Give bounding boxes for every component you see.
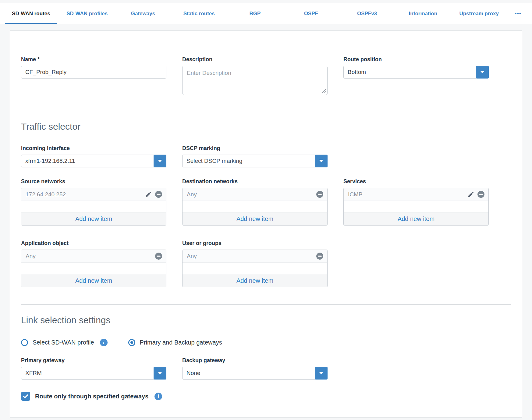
list-item: 172.64.240.252 xyxy=(21,188,166,201)
networks-services-row: Source networks 172.64.240.252 Add new i… xyxy=(21,178,511,226)
destination-networks-listbox: Any Add new item xyxy=(182,188,328,226)
traffic-selector-heading: Traffic selector xyxy=(21,121,511,132)
route-position-label: Route position xyxy=(343,56,489,63)
destination-networks-label: Destination networks xyxy=(182,178,328,185)
caret-down-icon xyxy=(158,372,162,374)
sdwan-route-editor-panel: Name * Description Route position Bottom… xyxy=(10,30,522,418)
dropdown-toggle-button[interactable] xyxy=(154,155,166,167)
dropdown-toggle-button[interactable] xyxy=(476,66,489,79)
application-object-group: Application object Any Add new item xyxy=(21,240,166,287)
list-empty-space xyxy=(344,201,488,212)
tab-ospfv3[interactable]: OSPFv3 xyxy=(339,3,395,24)
primary-gateway-dropdown[interactable]: XFRM xyxy=(21,367,166,380)
radio-option-primary-backup[interactable]: Primary and Backup gateways xyxy=(128,339,222,346)
remove-minus-icon[interactable] xyxy=(316,191,324,198)
incoming-interface-dropdown[interactable]: xfrm1-192.168.2.11 xyxy=(21,155,166,167)
app-user-row: Application object Any Add new item User… xyxy=(21,240,511,287)
name-input[interactable] xyxy=(21,66,166,79)
description-textarea[interactable] xyxy=(182,66,328,95)
list-item: Any xyxy=(183,188,327,201)
primary-gateway-label: Primary gateway xyxy=(21,357,166,364)
remove-minus-icon[interactable] xyxy=(155,252,162,260)
section-divider xyxy=(21,111,511,111)
primary-gateway-value: XFRM xyxy=(25,370,42,376)
add-new-item-button[interactable]: Add new item xyxy=(183,212,327,225)
caret-down-icon xyxy=(158,160,162,162)
user-or-groups-listbox: Any Add new item xyxy=(182,250,328,287)
tab-sdwan-routes[interactable]: SD-WAN routes xyxy=(3,3,59,24)
route-position-value: Bottom xyxy=(348,69,366,75)
radio-label: Primary and Backup gateways xyxy=(140,339,222,346)
dropdown-toggle-button[interactable] xyxy=(315,155,328,167)
link-selection-heading: Link selection settings xyxy=(21,315,511,325)
radio-option-sdwan-profile[interactable]: Select SD-WAN profile i xyxy=(21,339,108,346)
dropdown-toggle-button[interactable] xyxy=(154,367,166,380)
link-selection-radio-row: Select SD-WAN profile i Primary and Back… xyxy=(21,339,511,346)
backup-gateway-group: Backup gateway None xyxy=(182,357,328,380)
add-new-item-button[interactable]: Add new item xyxy=(21,212,166,225)
services-listbox: ICMP Add new item xyxy=(343,188,489,226)
checkbox-checked-icon[interactable] xyxy=(21,392,30,401)
list-empty-space xyxy=(183,263,327,274)
radio-unchecked-icon[interactable] xyxy=(21,339,28,346)
name-field-group: Name * xyxy=(21,56,166,96)
primary-gateway-group: Primary gateway XFRM xyxy=(21,357,166,380)
dscp-marking-value: Select DSCP marking xyxy=(186,158,242,164)
radio-label: Select SD-WAN profile xyxy=(33,339,94,346)
incoming-interface-label: Incoming interface xyxy=(21,145,166,152)
description-label: Description xyxy=(182,56,328,63)
backup-gateway-dropdown[interactable]: None xyxy=(182,367,328,380)
caret-down-icon xyxy=(319,372,323,374)
add-new-item-button[interactable]: Add new item xyxy=(344,212,488,225)
remove-minus-icon[interactable] xyxy=(155,191,162,198)
dropdown-toggle-button[interactable] xyxy=(315,367,328,380)
caret-down-icon xyxy=(480,71,484,73)
add-new-item-button[interactable]: Add new item xyxy=(183,274,327,287)
backup-gateway-label: Backup gateway xyxy=(182,357,328,364)
tab-gateways[interactable]: Gateways xyxy=(115,3,171,24)
section-divider xyxy=(21,304,511,305)
list-empty-space xyxy=(21,201,166,212)
tab-bar: SD-WAN routes SD-WAN profiles Gateways S… xyxy=(0,3,532,24)
description-field-group: Description xyxy=(182,56,328,96)
route-position-field-group: Route position Bottom xyxy=(343,56,489,96)
list-empty-space xyxy=(183,201,327,212)
edit-pencil-icon[interactable] xyxy=(145,191,152,198)
tab-upstream-proxy[interactable]: Upstream proxy xyxy=(451,3,507,24)
incoming-interface-field-group: Incoming interface xfrm1-192.168.2.11 xyxy=(21,145,166,167)
list-item-text: 172.64.240.252 xyxy=(26,191,66,198)
more-tabs-ellipsis-icon[interactable]: ••• xyxy=(507,3,529,24)
info-icon[interactable]: i xyxy=(100,339,108,346)
caret-down-icon xyxy=(319,160,323,162)
dscp-marking-dropdown[interactable]: Select DSCP marking xyxy=(182,155,328,167)
tab-bgp[interactable]: BGP xyxy=(227,3,283,24)
user-or-groups-group: User or groups Any Add new item xyxy=(182,240,328,287)
tab-sdwan-profiles[interactable]: SD-WAN profiles xyxy=(59,3,115,24)
source-networks-label: Source networks xyxy=(21,178,166,185)
dscp-marking-label: DSCP marking xyxy=(182,145,328,152)
tab-information[interactable]: Information xyxy=(395,3,451,24)
application-object-label: Application object xyxy=(21,240,166,247)
info-icon[interactable]: i xyxy=(154,393,162,400)
source-networks-group: Source networks 172.64.240.252 Add new i… xyxy=(21,178,166,226)
tab-ospf[interactable]: OSPF xyxy=(283,3,339,24)
add-new-item-button[interactable]: Add new item xyxy=(21,274,166,287)
edit-pencil-icon[interactable] xyxy=(467,191,474,198)
list-item-text: Any xyxy=(187,191,197,198)
route-position-dropdown[interactable]: Bottom xyxy=(343,66,489,79)
radio-checked-icon[interactable] xyxy=(128,339,135,346)
tab-static-routes[interactable]: Static routes xyxy=(171,3,227,24)
remove-minus-icon[interactable] xyxy=(477,191,485,198)
list-item-text: Any xyxy=(187,253,197,260)
application-object-listbox: Any Add new item xyxy=(21,250,166,287)
destination-networks-group: Destination networks Any Add new item xyxy=(182,178,328,226)
required-asterisk: * xyxy=(37,56,40,62)
remove-minus-icon[interactable] xyxy=(316,252,324,260)
route-only-checkbox-row: Route only through specified gateways i xyxy=(21,392,511,401)
dscp-marking-field-group: DSCP marking Select DSCP marking xyxy=(182,145,328,167)
source-networks-listbox: 172.64.240.252 Add new item xyxy=(21,188,166,226)
list-empty-space xyxy=(21,263,166,274)
list-item: Any xyxy=(21,250,166,263)
name-label: Name xyxy=(21,56,36,62)
gateways-row: Primary gateway XFRM Backup gateway None xyxy=(21,357,511,380)
